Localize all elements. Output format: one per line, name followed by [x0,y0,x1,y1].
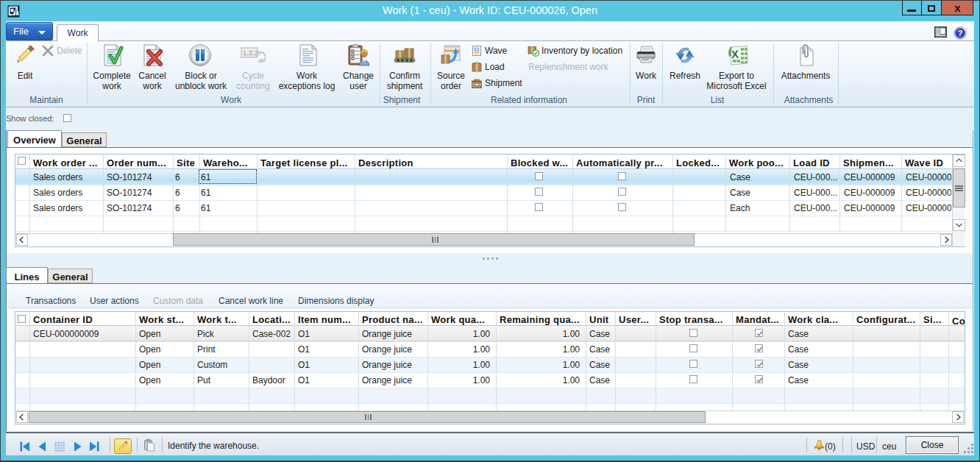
svg-text:?: ? [958,29,963,38]
svg-text:X: X [731,48,739,61]
